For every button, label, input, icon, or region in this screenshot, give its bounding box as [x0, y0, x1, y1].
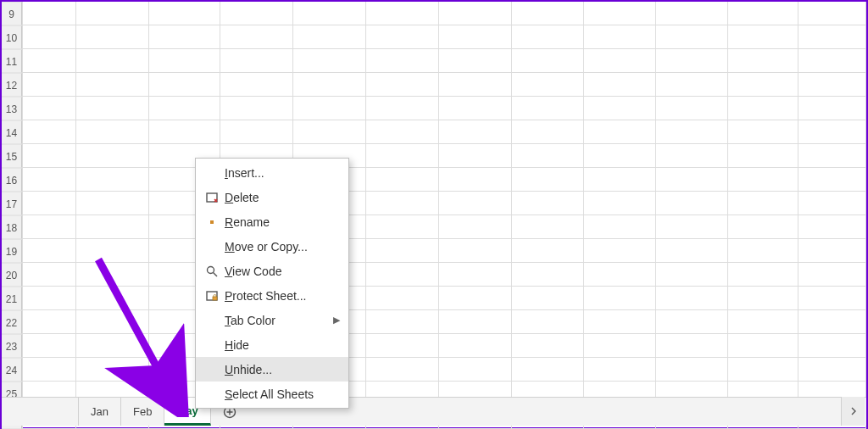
cell[interactable]: [656, 239, 728, 263]
cell[interactable]: [366, 144, 439, 168]
cell[interactable]: [512, 334, 584, 358]
cell[interactable]: [76, 239, 149, 263]
cell[interactable]: [439, 310, 512, 334]
cell[interactable]: [798, 239, 866, 263]
cell[interactable]: [22, 49, 76, 73]
cell[interactable]: [22, 144, 76, 168]
ctx-item-hide[interactable]: Hide: [196, 332, 348, 357]
cell[interactable]: [584, 192, 656, 215]
cell[interactable]: [366, 97, 439, 120]
cell[interactable]: [728, 287, 798, 310]
cell[interactable]: [149, 120, 220, 144]
cell[interactable]: [798, 287, 866, 310]
cell[interactable]: [366, 120, 439, 144]
ctx-item-delete[interactable]: Delete: [196, 185, 348, 209]
cell[interactable]: [76, 49, 149, 73]
cell[interactable]: [293, 120, 366, 144]
cell[interactable]: [439, 263, 512, 287]
cell[interactable]: [149, 49, 220, 73]
row-header[interactable]: 20: [2, 263, 22, 287]
cell[interactable]: [584, 49, 656, 73]
cell[interactable]: [512, 97, 584, 120]
cell[interactable]: [76, 25, 149, 49]
cell[interactable]: [439, 192, 512, 215]
cell[interactable]: [512, 310, 584, 334]
cell[interactable]: [366, 25, 439, 49]
cell[interactable]: [728, 239, 798, 263]
cell[interactable]: [366, 49, 439, 73]
cell[interactable]: [584, 144, 656, 168]
cell[interactable]: [584, 310, 656, 334]
cell[interactable]: [366, 263, 439, 287]
cell[interactable]: [22, 215, 76, 239]
cell[interactable]: [656, 215, 728, 239]
cell[interactable]: [22, 334, 76, 358]
cell[interactable]: [149, 2, 220, 25]
cell[interactable]: [798, 310, 866, 334]
cell[interactable]: [220, 73, 293, 97]
cell[interactable]: [439, 358, 512, 382]
row-header[interactable]: 13: [2, 97, 22, 120]
row-header[interactable]: 18: [2, 215, 22, 239]
cell[interactable]: [728, 358, 798, 382]
cell[interactable]: [76, 168, 149, 192]
cell[interactable]: [293, 73, 366, 97]
cell[interactable]: [22, 97, 76, 120]
row-header[interactable]: 19: [2, 239, 22, 263]
cell[interactable]: [512, 49, 584, 73]
cell[interactable]: [76, 287, 149, 310]
cell[interactable]: [22, 120, 76, 144]
cell[interactable]: [584, 73, 656, 97]
sheet-tab-feb[interactable]: Feb: [121, 398, 164, 426]
cell[interactable]: [584, 215, 656, 239]
cell[interactable]: [798, 215, 866, 239]
cell[interactable]: [366, 239, 439, 263]
cell[interactable]: [22, 310, 76, 334]
cell[interactable]: [584, 263, 656, 287]
cell[interactable]: [76, 310, 149, 334]
cell[interactable]: [728, 49, 798, 73]
cell[interactable]: [22, 73, 76, 97]
cell[interactable]: [76, 73, 149, 97]
cell[interactable]: [76, 215, 149, 239]
row-header[interactable]: 22: [2, 310, 22, 334]
ctx-item-selectall[interactable]: Select All Sheets: [196, 382, 348, 406]
cell[interactable]: [512, 192, 584, 215]
cell[interactable]: [656, 120, 728, 144]
cell[interactable]: [220, 49, 293, 73]
cell[interactable]: [439, 334, 512, 358]
cell[interactable]: [584, 358, 656, 382]
cell[interactable]: [76, 120, 149, 144]
cell[interactable]: [439, 49, 512, 73]
cell[interactable]: [728, 73, 798, 97]
cell[interactable]: [366, 73, 439, 97]
cell[interactable]: [439, 25, 512, 49]
row-header[interactable]: 10: [2, 25, 22, 49]
cell[interactable]: [512, 168, 584, 192]
cell[interactable]: [728, 2, 798, 25]
ctx-item-rename[interactable]: Rename: [196, 209, 348, 234]
cell[interactable]: [366, 334, 439, 358]
cell[interactable]: [512, 144, 584, 168]
cell[interactable]: [728, 120, 798, 144]
ctx-item-insert[interactable]: Insert...: [196, 160, 348, 185]
cell[interactable]: [22, 168, 76, 192]
cell[interactable]: [512, 287, 584, 310]
cell[interactable]: [439, 287, 512, 310]
cell[interactable]: [728, 215, 798, 239]
cell[interactable]: [366, 192, 439, 215]
cell[interactable]: [293, 49, 366, 73]
cell[interactable]: [76, 2, 149, 25]
row-header[interactable]: 23: [2, 334, 22, 358]
row-header[interactable]: 17: [2, 192, 22, 215]
cell[interactable]: [584, 97, 656, 120]
cell[interactable]: [512, 358, 584, 382]
ctx-item-protect[interactable]: Protect Sheet...: [196, 283, 348, 308]
cell[interactable]: [76, 97, 149, 120]
cell[interactable]: [728, 168, 798, 192]
cell[interactable]: [149, 73, 220, 97]
cell[interactable]: [584, 2, 656, 25]
cell[interactable]: [798, 25, 866, 49]
cell[interactable]: [798, 97, 866, 120]
cell[interactable]: [728, 97, 798, 120]
